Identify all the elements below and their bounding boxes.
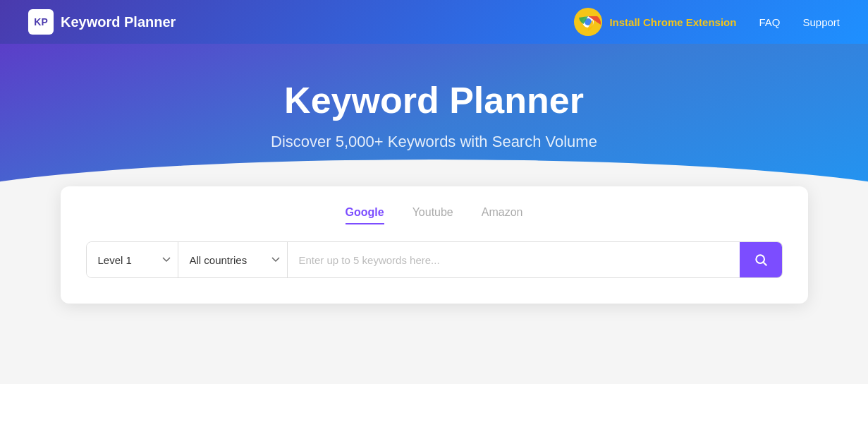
search-icon — [754, 253, 768, 267]
main-content: Google Youtube Amazon Level 1 Level 2 Le… — [0, 208, 868, 384]
tabs-container: Google Youtube Amazon — [86, 206, 783, 224]
country-select[interactable]: All countries United States United Kingd… — [178, 242, 288, 277]
tab-google[interactable]: Google — [346, 206, 384, 224]
logo-icon: KP — [28, 9, 54, 35]
chrome-ext-label: Install Chrome Extension — [609, 16, 736, 28]
logo-link[interactable]: KP Keyword Planner — [28, 9, 176, 35]
hero-subtitle: Discover 5,000+ Keywords with Search Vol… — [0, 133, 868, 151]
header-nav: Install Chrome Extension FAQ Support — [574, 8, 840, 36]
svg-point-3 — [756, 255, 764, 263]
search-row: Level 1 Level 2 Level 3 All countries Un… — [86, 241, 783, 278]
hero-title: Keyword Planner — [0, 79, 868, 121]
search-button[interactable] — [740, 242, 782, 277]
search-card: Google Youtube Amazon Level 1 Level 2 Le… — [61, 186, 808, 304]
chrome-extension-link[interactable]: Install Chrome Extension — [574, 8, 736, 36]
header: KP Keyword Planner Install Chrome Extens… — [0, 0, 868, 44]
level-select[interactable]: Level 1 Level 2 Level 3 — [87, 242, 178, 277]
chrome-icon — [574, 8, 602, 36]
logo-text: Keyword Planner — [61, 14, 176, 30]
tab-amazon[interactable]: Amazon — [482, 206, 523, 224]
tab-youtube[interactable]: Youtube — [412, 206, 453, 224]
svg-line-4 — [763, 263, 766, 266]
support-link[interactable]: Support — [802, 16, 840, 28]
faq-link[interactable]: FAQ — [759, 16, 780, 28]
keyword-input[interactable] — [288, 242, 740, 277]
hero-section: Keyword Planner Discover 5,000+ Keywords… — [0, 44, 868, 208]
